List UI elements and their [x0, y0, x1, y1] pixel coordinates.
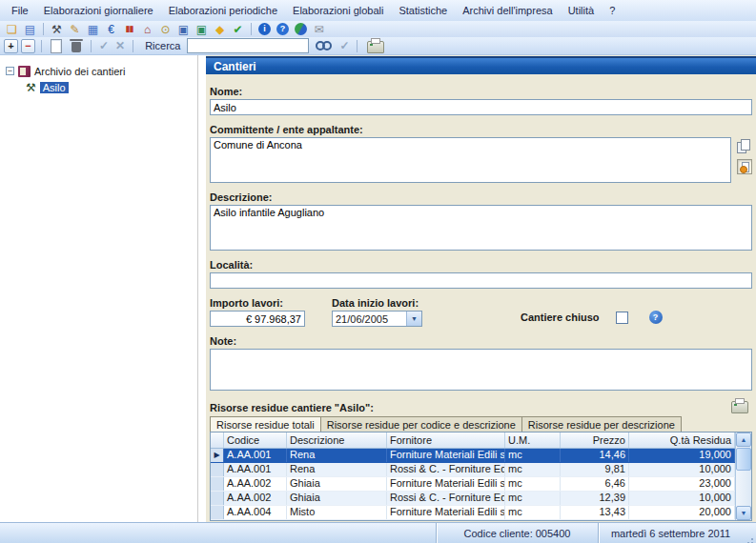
nome-input[interactable]: [210, 99, 752, 115]
new-document-icon[interactable]: [51, 39, 62, 53]
localita-input[interactable]: [210, 272, 752, 289]
menu-elaborazioni-globali[interactable]: Elaborazioni globali: [285, 2, 391, 19]
cell-codice[interactable]: A.AA.002: [224, 492, 287, 505]
worker-icon[interactable]: ⚒: [49, 22, 65, 36]
column-header-q-t-residua[interactable]: Q.tà Residua: [629, 432, 735, 448]
descrizione-textarea[interactable]: Asilo infantile Agugliano: [210, 205, 752, 251]
menu-archivi-dell-impresa[interactable]: Archivi dell'impresa: [455, 2, 560, 19]
cell-prezzo[interactable]: 14,46: [561, 449, 629, 462]
confirm-icon[interactable]: ✓: [97, 39, 111, 52]
check-icon[interactable]: ✔: [230, 22, 246, 36]
cell-descrizione[interactable]: Rena: [287, 449, 387, 462]
cell-descrizione[interactable]: Ghiaia: [287, 477, 387, 491]
table-row[interactable]: A.AA.004MistoForniture Materiali Edili s…: [211, 506, 735, 520]
help-icon[interactable]: ?: [649, 311, 663, 324]
importo-input[interactable]: [210, 311, 305, 327]
tree-root-archivio[interactable]: − Archivio dei cantieri: [0, 63, 197, 79]
computers-icon[interactable]: ▣: [175, 22, 192, 36]
cell-prezzo[interactable]: 9,81: [561, 463, 629, 476]
book-icon[interactable]: ◆: [212, 22, 228, 36]
cell-u-m-[interactable]: mc: [505, 492, 561, 505]
cell-descrizione[interactable]: Rena: [287, 463, 387, 476]
row-selector[interactable]: [211, 492, 224, 505]
tab-risorse-0[interactable]: Risorse residue totali: [210, 416, 321, 432]
table-row[interactable]: A.AA.002GhiaiaRossi & C. - Forniture Edi…: [211, 492, 735, 506]
open-folder-icon[interactable]: ❏: [4, 22, 20, 36]
cell-q-t-residua[interactable]: 19,000: [629, 449, 735, 462]
cell-q-t-residua[interactable]: 10,000: [629, 492, 735, 505]
print-risorse-icon[interactable]: [731, 401, 748, 413]
add-record-button[interactable]: +: [4, 39, 18, 53]
factory-icon[interactable]: ⌂: [139, 22, 155, 36]
cell-u-m-[interactable]: mc: [505, 449, 561, 462]
column-header-fornitore[interactable]: Fornitore: [387, 432, 505, 448]
cell-q-t-residua[interactable]: 20,000: [629, 506, 735, 519]
column-header-u-m-[interactable]: U.M.: [505, 432, 561, 448]
menu-file[interactable]: File: [4, 2, 36, 19]
chevron-down-icon[interactable]: ▼: [406, 312, 421, 326]
cell-fornitore[interactable]: Rossi & C. - Forniture Edili snc: [387, 492, 505, 505]
cell-fornitore[interactable]: Rossi & C. - Forniture Edili snc: [387, 463, 505, 476]
row-selector[interactable]: ▶: [211, 449, 224, 462]
edit-icon[interactable]: ✎: [67, 22, 83, 36]
menu-statistiche[interactable]: Statistiche: [391, 2, 455, 19]
scroll-up-icon[interactable]: ▲: [736, 432, 751, 447]
tree-selected-label[interactable]: Asilo: [40, 82, 69, 93]
filter-icon[interactable]: ✓: [337, 39, 351, 52]
column-header-prezzo[interactable]: Prezzo: [561, 432, 629, 448]
info-icon[interactable]: i: [258, 23, 271, 35]
committente-textarea[interactable]: Comune di Ancona: [210, 137, 731, 183]
tab-risorse-1[interactable]: Risorse residue per codice e descrizione: [320, 416, 522, 432]
table-row[interactable]: A.AA.002GhiaiaForniture Materiali Edili …: [211, 477, 735, 492]
cell-prezzo[interactable]: 6,46: [561, 477, 629, 491]
cell-prezzo[interactable]: 12,39: [561, 492, 629, 505]
euro-icon[interactable]: €: [103, 22, 119, 36]
resize-grip[interactable]: [743, 523, 756, 543]
cell-codice[interactable]: A.AA.004: [224, 506, 287, 519]
document-icon[interactable]: ▤: [22, 22, 38, 36]
grid-scrollbar[interactable]: ▲ ▼: [735, 432, 751, 520]
calculator-icon[interactable]: ▦: [85, 22, 101, 36]
select-committente-icon[interactable]: [737, 159, 752, 174]
monitor-icon[interactable]: ▣: [194, 22, 210, 36]
clock-icon[interactable]: ⊙: [157, 22, 174, 36]
data-inizio-combobox[interactable]: 21/06/2005 ▼: [332, 311, 422, 327]
cell-codice[interactable]: A.AA.001: [224, 449, 287, 462]
row-selector[interactable]: [211, 463, 224, 476]
menu-utilit-[interactable]: Utilità: [561, 2, 603, 19]
column-header-descrizione[interactable]: Descrizione: [287, 432, 387, 448]
cell-fornitore[interactable]: Forniture Materiali Edili spa: [387, 449, 505, 462]
search-input[interactable]: [187, 38, 309, 53]
cell-descrizione[interactable]: Ghiaia: [287, 492, 387, 505]
column-header-codice[interactable]: Codice: [224, 432, 287, 448]
table-row[interactable]: A.AA.001RenaRossi & C. - Forniture Edili…: [211, 463, 735, 477]
help-icon[interactable]: ?: [276, 23, 289, 35]
delete-icon[interactable]: [72, 42, 81, 52]
copy-committente-icon[interactable]: [737, 139, 750, 152]
cell-fornitore[interactable]: Forniture Materiali Edili spa: [387, 506, 505, 519]
chart-icon[interactable]: ▮▮: [121, 22, 137, 36]
remove-record-button[interactable]: −: [21, 39, 35, 53]
cell-fornitore[interactable]: Forniture Materiali Edili spa: [387, 477, 505, 491]
cell-codice[interactable]: A.AA.002: [224, 477, 287, 491]
menu--[interactable]: ?: [602, 2, 623, 19]
note-textarea[interactable]: [210, 349, 752, 391]
mail-icon[interactable]: ✉: [311, 22, 327, 36]
cell-u-m-[interactable]: mc: [505, 477, 561, 491]
row-selector[interactable]: [211, 477, 224, 491]
cell-prezzo[interactable]: 13,43: [561, 506, 629, 519]
menu-elaborazioni-periodiche[interactable]: Elaborazioni periodiche: [161, 2, 285, 19]
globe-icon[interactable]: [295, 23, 307, 35]
find-binoculars-icon[interactable]: [316, 40, 331, 51]
print-icon[interactable]: [367, 41, 384, 53]
menu-elaborazioni-giornaliere[interactable]: Elaborazioni giornaliere: [36, 2, 161, 19]
cell-u-m-[interactable]: mc: [505, 506, 561, 519]
tab-risorse-2[interactable]: Risorse residue per descrizione: [521, 416, 682, 432]
row-selector[interactable]: [211, 506, 224, 519]
collapse-icon[interactable]: −: [6, 67, 14, 75]
tree-item-asilo[interactable]: ⚒ Asilo: [0, 79, 197, 95]
cell-u-m-[interactable]: mc: [505, 463, 561, 476]
cantiere-chiuso-checkbox[interactable]: [616, 312, 628, 324]
cell-descrizione[interactable]: Misto: [287, 506, 387, 519]
table-row[interactable]: ▶A.AA.001RenaForniture Materiali Edili s…: [211, 449, 735, 463]
